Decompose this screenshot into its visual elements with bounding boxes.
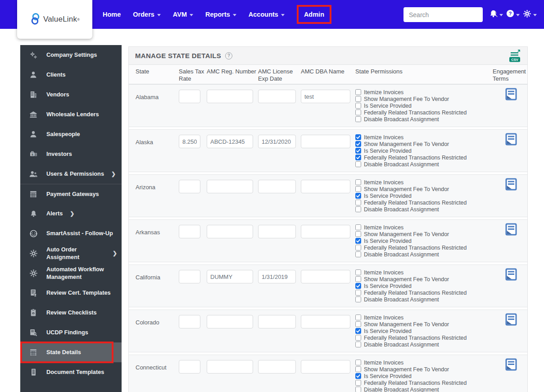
permission-is-service-provided[interactable]: Is Service Provided: [355, 328, 467, 334]
nav-item-home[interactable]: Home: [103, 11, 121, 18]
amc-reg-number-input-alabama[interactable]: [207, 90, 253, 103]
amc-reg-number-input-california[interactable]: [207, 270, 253, 283]
permission-show-management-fee-to-vendor[interactable]: Show Management Fee To Vendor: [355, 366, 467, 373]
sidebar-item-smartassist-follow-up[interactable]: SmartAssist - Follow-Up: [20, 223, 122, 243]
checkbox-checked-icon[interactable]: [355, 283, 361, 289]
sales-tax-rate-input-alaska[interactable]: [179, 135, 200, 148]
checkbox-unchecked-icon[interactable]: [355, 245, 361, 251]
engagement-terms-icon[interactable]: [505, 313, 517, 328]
checkbox-unchecked-icon[interactable]: [355, 206, 361, 212]
amc-license-exp-date-input-colorado[interactable]: [258, 315, 296, 328]
amc-dba-name-input-alaska[interactable]: [301, 135, 350, 148]
permission-disable-broadcast-assignment[interactable]: Disable Broadcast Assignment: [355, 296, 467, 303]
sidebar-item-clients[interactable]: Clients: [20, 65, 122, 85]
permission-show-management-fee-to-vendor[interactable]: Show Management Fee To Vendor: [355, 231, 467, 237]
checkbox-unchecked-icon[interactable]: [355, 321, 361, 327]
amc-reg-number-input-colorado[interactable]: [207, 315, 253, 328]
checkbox-unchecked-icon[interactable]: [355, 251, 361, 257]
engagement-terms-icon[interactable]: [505, 133, 517, 147]
sidebar-item-vendors[interactable]: Vendors: [20, 85, 122, 105]
amc-reg-number-input-arkansas[interactable]: [207, 225, 253, 238]
amc-license-exp-date-input-arizona[interactable]: [258, 180, 296, 193]
sidebar-item-review-checklists[interactable]: Review Checklists: [20, 303, 122, 323]
amc-dba-name-input-colorado[interactable]: [301, 315, 350, 328]
amc-dba-name-input-arkansas[interactable]: [301, 225, 350, 238]
permission-is-service-provided[interactable]: Is Service Provided: [355, 147, 467, 154]
permission-is-service-provided[interactable]: Is Service Provided: [355, 102, 467, 109]
checkbox-checked-icon[interactable]: [355, 328, 361, 334]
checkbox-unchecked-icon[interactable]: [355, 224, 361, 230]
checkbox-checked-icon[interactable]: [355, 148, 361, 154]
sales-tax-rate-input-connecticut[interactable]: [179, 360, 200, 374]
permission-disable-broadcast-assignment[interactable]: Disable Broadcast Assignment: [355, 161, 467, 168]
amc-reg-number-input-arizona[interactable]: [207, 180, 253, 193]
permission-disable-broadcast-assignment[interactable]: Disable Broadcast Assignment: [355, 251, 467, 258]
permission-is-service-provided[interactable]: Is Service Provided: [355, 283, 467, 289]
permission-disable-broadcast-assignment[interactable]: Disable Broadcast Assignment: [355, 341, 467, 348]
checkbox-unchecked-icon[interactable]: [355, 366, 361, 372]
permission-federally-related-transactions-restricted[interactable]: Federally Related Transactions Restricte…: [355, 334, 467, 341]
permission-federally-related-transactions-restricted[interactable]: Federally Related Transactions Restricte…: [355, 379, 467, 386]
permission-show-management-fee-to-vendor[interactable]: Show Management Fee To Vendor: [355, 276, 467, 283]
checkbox-unchecked-icon[interactable]: [355, 296, 361, 302]
permission-federally-related-transactions-restricted[interactable]: Federally Related Transactions Restricte…: [355, 289, 467, 296]
amc-dba-name-input-arizona[interactable]: [301, 180, 350, 193]
nav-item-avm[interactable]: AVM: [173, 11, 193, 18]
valuelink-logo[interactable]: ValueLink®: [17, 0, 92, 39]
checkbox-unchecked-icon[interactable]: [355, 116, 361, 122]
engagement-terms-icon[interactable]: [505, 88, 517, 102]
permission-itemize-invoices[interactable]: Itemize Invoices: [355, 179, 467, 186]
amc-reg-number-input-alaska[interactable]: [207, 135, 253, 148]
sidebar-item-wholesale-lenders[interactable]: Wholesale Lenders: [20, 105, 122, 124]
sidebar-item-alerts[interactable]: Alerts❯: [20, 204, 122, 223]
sidebar-item-state-details[interactable]: State Details: [20, 342, 122, 362]
checkbox-unchecked-icon[interactable]: [355, 335, 361, 341]
checkbox-checked-icon[interactable]: [355, 134, 361, 140]
checkbox-unchecked-icon[interactable]: [355, 89, 361, 95]
checkbox-unchecked-icon[interactable]: [355, 387, 361, 392]
sidebar-item-auto-order-assignment[interactable]: Auto Order Assignment❯: [20, 243, 122, 263]
notifications-menu[interactable]: [489, 9, 503, 20]
permission-is-service-provided[interactable]: Is Service Provided: [355, 237, 467, 244]
help-menu[interactable]: ?: [506, 9, 520, 19]
sales-tax-rate-input-alabama[interactable]: [179, 90, 200, 103]
permission-federally-related-transactions-restricted[interactable]: Federally Related Transactions Restricte…: [355, 244, 467, 251]
checkbox-unchecked-icon[interactable]: [355, 96, 361, 102]
checkbox-unchecked-icon[interactable]: [355, 103, 361, 109]
checkbox-unchecked-icon[interactable]: [355, 290, 361, 296]
permission-disable-broadcast-assignment[interactable]: Disable Broadcast Assignment: [355, 116, 467, 123]
checkbox-unchecked-icon[interactable]: [355, 161, 361, 167]
checkbox-checked-icon[interactable]: [355, 155, 361, 160]
permission-is-service-provided[interactable]: Is Service Provided: [355, 192, 467, 199]
amc-reg-number-input-connecticut[interactable]: [207, 360, 253, 374]
sales-tax-rate-input-colorado[interactable]: [179, 315, 200, 328]
checkbox-unchecked-icon[interactable]: [355, 200, 361, 205]
sidebar-item-document-templates[interactable]: Document Templates: [20, 362, 122, 382]
checkbox-unchecked-icon[interactable]: [355, 276, 361, 282]
permission-itemize-invoices[interactable]: Itemize Invoices: [355, 224, 467, 231]
search-input[interactable]: [409, 11, 490, 18]
checkbox-checked-icon[interactable]: [355, 373, 361, 379]
sidebar-item-review-cert-templates[interactable]: Review Cert. Templates: [20, 283, 122, 303]
checkbox-unchecked-icon[interactable]: [355, 269, 361, 275]
permission-federally-related-transactions-restricted[interactable]: Federally Related Transactions Restricte…: [355, 109, 467, 116]
permission-disable-broadcast-assignment[interactable]: Disable Broadcast Assignment: [355, 386, 467, 392]
checkbox-unchecked-icon[interactable]: [355, 380, 361, 386]
engagement-terms-icon[interactable]: [505, 268, 517, 283]
checkbox-unchecked-icon[interactable]: [355, 179, 361, 185]
sidebar-item-payment-gateways[interactable]: Payment Gateways: [20, 184, 122, 204]
sidebar-item-automated-workflow-management[interactable]: Automated Workflow Management: [20, 263, 122, 283]
permission-show-management-fee-to-vendor[interactable]: Show Management Fee To Vendor: [355, 141, 467, 147]
permission-itemize-invoices[interactable]: Itemize Invoices: [355, 314, 467, 321]
permission-itemize-invoices[interactable]: Itemize Invoices: [355, 359, 467, 366]
nav-item-orders[interactable]: Orders: [133, 11, 161, 18]
permission-show-management-fee-to-vendor[interactable]: Show Management Fee To Vendor: [355, 321, 467, 328]
amc-license-exp-date-input-alabama[interactable]: [258, 90, 296, 103]
permission-itemize-invoices[interactable]: Itemize Invoices: [355, 269, 467, 276]
checkbox-checked-icon[interactable]: [355, 238, 361, 244]
amc-dba-name-input-connecticut[interactable]: [301, 360, 350, 374]
permission-show-management-fee-to-vendor[interactable]: Show Management Fee To Vendor: [355, 96, 467, 102]
permission-disable-broadcast-assignment[interactable]: Disable Broadcast Assignment: [355, 206, 467, 213]
checkbox-unchecked-icon[interactable]: [355, 186, 361, 192]
sales-tax-rate-input-arizona[interactable]: [179, 180, 200, 193]
